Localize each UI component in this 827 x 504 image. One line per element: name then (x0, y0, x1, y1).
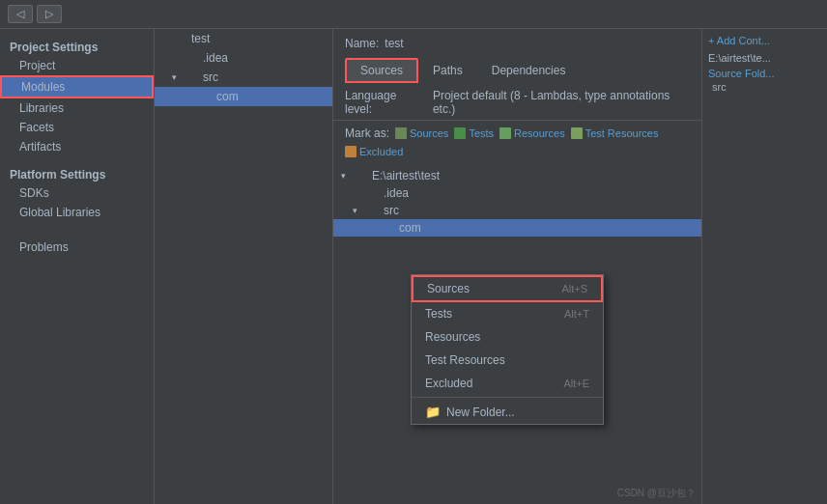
main-container: Project Settings Project Modules Librari… (0, 29, 827, 504)
name-label: Name: (345, 37, 379, 50)
tab-sources[interactable]: Sources (345, 58, 418, 83)
sidebar-item-problems[interactable]: Problems (0, 238, 154, 257)
sidebar-item-libraries[interactable]: Libraries (0, 98, 154, 118)
language-value: Project default (8 - Lambdas, type annot… (433, 89, 690, 116)
main-content: Name: test Sources Paths Dependencies La… (333, 29, 701, 504)
sidebar-item-sdks[interactable]: SDKs (0, 183, 154, 203)
folder-icon (366, 187, 380, 199)
toolbar: ◁ ▷ (0, 0, 827, 29)
ctx-excluded-shortcut: Alt+E (563, 378, 589, 389)
mark-excluded-btn[interactable]: Excluded (345, 146, 403, 157)
right-path: E:\airtest\te... (708, 52, 821, 64)
content-header: Name: test Sources Paths Dependencies La… (333, 29, 701, 121)
excluded-dot-icon (345, 146, 356, 157)
sources-dot-icon (395, 127, 407, 139)
mark-sources-btn[interactable]: Sources (395, 127, 448, 139)
mark-excluded-label: Excluded (359, 146, 403, 157)
tree-idea[interactable]: .idea (333, 184, 701, 202)
tree-src[interactable]: ▾ src (333, 202, 701, 219)
arrow-down-icon: ▾ (172, 72, 182, 82)
tree-label: E:\airtest\test (372, 169, 440, 182)
ctx-resources-label: Resources (425, 330, 480, 344)
source-fold-title: Source Fold... (708, 68, 821, 79)
file-label: com (216, 90, 239, 103)
tab-dependencies[interactable]: Dependencies (477, 59, 581, 82)
mark-as-label: Mark as: (345, 126, 389, 140)
tree-label: com (399, 221, 421, 235)
tests-dot-icon (454, 127, 466, 139)
mark-resources-btn[interactable]: Resources (499, 127, 565, 139)
sidebar-item-facets[interactable]: Facets (0, 118, 154, 137)
tab-paths[interactable]: Paths (418, 59, 477, 82)
folder-icon (355, 170, 368, 182)
ctx-test-resources-label: Test Resources (425, 353, 505, 367)
content-body: ▾ E:\airtest\test .idea ▾ (333, 163, 701, 504)
ctx-sources-shortcut: Alt+S (561, 283, 587, 294)
ctx-resources[interactable]: Resources (412, 325, 603, 349)
name-row: Name: test (345, 37, 690, 50)
ctx-tests-shortcut: Alt+T (564, 308, 589, 320)
folder-icon (185, 71, 199, 83)
sidebar: Project Settings Project Modules Librari… (0, 29, 155, 504)
context-menu: Sources Alt+S Tests Alt+T Resources Test… (411, 274, 604, 425)
tree-com[interactable]: com (333, 219, 701, 237)
test-resources-dot-icon (571, 127, 583, 139)
resources-dot-icon (499, 127, 511, 139)
tabs-row: Sources Paths Dependencies (345, 58, 690, 83)
mark-tests-label: Tests (469, 127, 494, 139)
folder-icon (199, 91, 213, 102)
mark-test-resources-label: Test Resources (585, 127, 659, 139)
back-button[interactable]: ◁ (8, 5, 33, 23)
new-folder-icon: 📁 (425, 405, 441, 419)
source-fold-value: src (708, 81, 821, 93)
mark-resources-label: Resources (514, 127, 565, 139)
ctx-sources-label: Sources (427, 282, 470, 295)
mark-test-resources-btn[interactable]: Test Resources (571, 127, 659, 139)
ctx-divider (412, 397, 603, 398)
mark-tests-btn[interactable]: Tests (454, 127, 494, 139)
folder-icon (174, 33, 187, 44)
sidebar-item-artifacts[interactable]: Artifacts (0, 137, 154, 156)
tree-label: .idea (384, 186, 409, 200)
ctx-tests-label: Tests (425, 307, 452, 321)
add-content-button[interactable]: + Add Cont... (708, 35, 821, 46)
folder-icon (382, 222, 395, 234)
ctx-new-folder-label: New Folder... (446, 406, 515, 419)
mark-sources-label: Sources (410, 127, 448, 139)
language-label: Language level: (345, 89, 425, 116)
platform-settings-title: Platform Settings (0, 164, 154, 183)
folder-icon (185, 52, 199, 64)
file-label: src (203, 70, 218, 84)
watermark: CSDN @豆沙包？ (617, 487, 696, 500)
file-tree-test[interactable]: test (155, 29, 332, 48)
mark-as-row: Mark as: Sources Tests Resources Test Re… (333, 121, 701, 163)
ctx-tests[interactable]: Tests Alt+T (412, 302, 603, 325)
file-tree-idea[interactable]: .idea (155, 48, 332, 68)
ctx-sources[interactable]: Sources Alt+S (412, 275, 603, 302)
file-label: test (191, 32, 210, 45)
sidebar-item-project[interactable]: Project (0, 56, 154, 75)
name-value: test (385, 37, 403, 50)
forward-button[interactable]: ▷ (37, 5, 62, 23)
file-tree-src[interactable]: ▾ src (155, 68, 332, 87)
tree-label: src (384, 204, 399, 217)
sidebar-item-modules[interactable]: Modules (0, 75, 154, 98)
tree-root[interactable]: ▾ E:\airtest\test (333, 167, 701, 184)
ctx-excluded[interactable]: Excluded Alt+E (412, 372, 603, 395)
ctx-excluded-label: Excluded (425, 377, 472, 390)
sidebar-item-global-libraries[interactable]: Global Libraries (0, 203, 154, 222)
arrow-down-icon: ▾ (353, 206, 362, 215)
folder-icon (366, 205, 380, 216)
file-label: .idea (203, 51, 228, 65)
project-settings-title: Project Settings (0, 37, 154, 56)
ctx-test-resources[interactable]: Test Resources (412, 349, 603, 372)
file-tree-panel: test .idea ▾ src com (155, 29, 333, 504)
file-tree-com[interactable]: com (155, 87, 332, 106)
right-panel: + Add Cont... E:\airtest\te... Source Fo… (701, 29, 827, 504)
arrow-down-icon: ▾ (341, 171, 351, 181)
ctx-new-folder[interactable]: 📁 New Folder... (412, 400, 603, 424)
language-row: Language level: Project default (8 - Lam… (345, 89, 690, 116)
